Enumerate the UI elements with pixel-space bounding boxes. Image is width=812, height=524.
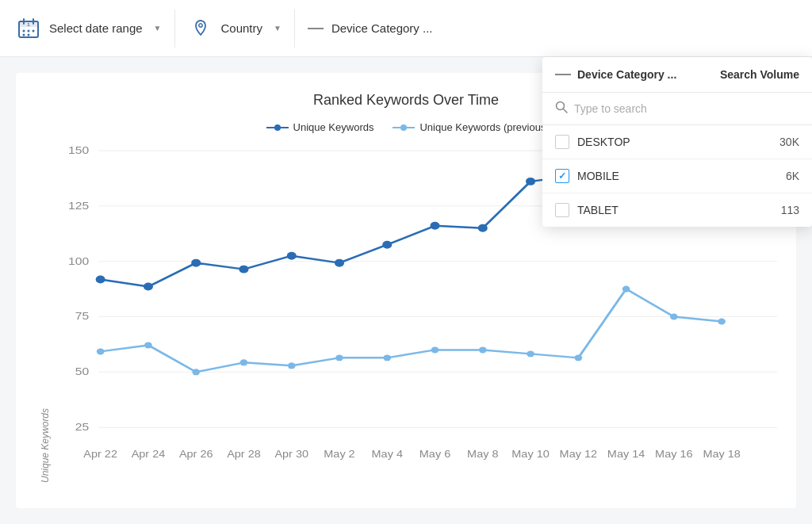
date-range-label: Select date range (49, 21, 143, 35)
mobile-label: MOBILE (577, 170, 778, 182)
svg-text:May 12: May 12 (560, 449, 597, 460)
svg-point-42 (144, 342, 152, 348)
svg-point-61 (382, 241, 392, 249)
svg-text:50: 50 (75, 366, 89, 377)
svg-text:150: 150 (68, 144, 89, 155)
desktop-count: 30K (779, 136, 799, 148)
y-axis-label: Unique Keywords (35, 143, 51, 483)
svg-text:May 4: May 4 (372, 449, 403, 460)
svg-point-5 (28, 29, 30, 32)
svg-point-41 (97, 348, 105, 354)
main-content: Ranked Keywords Over Time Unique Keyword… (0, 57, 812, 524)
svg-text:May 16: May 16 (655, 449, 692, 460)
search-icon (555, 101, 568, 117)
svg-point-50 (527, 350, 534, 357)
tablet-label: TABLET (577, 204, 773, 216)
svg-point-51 (574, 354, 582, 361)
device-category-filter[interactable]: Device Category ... (295, 15, 446, 41)
svg-point-57 (191, 259, 201, 267)
desktop-label: DESKTOP (577, 136, 772, 148)
dropdown-item-tablet[interactable]: TABLET 113 (542, 193, 812, 227)
svg-point-52 (622, 286, 630, 293)
svg-point-7 (23, 33, 25, 36)
tablet-count: 113 (781, 204, 799, 216)
dropdown-dash-icon (555, 74, 571, 75)
svg-point-4 (23, 29, 25, 32)
svg-text:100: 100 (68, 255, 89, 266)
svg-point-6 (33, 29, 35, 32)
date-range-filter[interactable]: 1 Select date range ▼ (16, 10, 175, 48)
device-category-label: Device Category ... (331, 21, 433, 35)
dropdown-item-mobile[interactable]: MOBILE 6K (542, 159, 812, 193)
svg-point-8 (28, 33, 30, 36)
desktop-checkbox[interactable] (555, 135, 569, 149)
country-filter[interactable]: Country ▼ (175, 10, 295, 48)
top-bar: 1 Select date range ▼ Country ▼ Device C… (0, 0, 812, 57)
svg-point-46 (335, 354, 343, 361)
legend-item-prev: Unique Keywords (previous (393, 121, 546, 133)
svg-point-10 (198, 23, 201, 26)
mobile-checkbox[interactable] (555, 169, 569, 183)
svg-text:75: 75 (75, 311, 89, 322)
svg-point-63 (478, 224, 488, 232)
svg-point-47 (383, 354, 391, 361)
dropdown-header-title: Device Category ... (577, 68, 714, 81)
date-range-arrow: ▼ (154, 24, 162, 33)
svg-text:Apr 28: Apr 28 (227, 449, 261, 460)
svg-text:Apr 24: Apr 24 (132, 449, 166, 460)
svg-point-58 (239, 266, 248, 273)
svg-point-60 (335, 259, 344, 267)
legend-label-unique: Unique Keywords (293, 121, 374, 133)
device-category-dropdown: Device Category ... Search Volume DESKTO… (542, 57, 812, 227)
country-arrow: ▼ (274, 24, 282, 33)
svg-point-14 (400, 124, 407, 131)
svg-point-49 (479, 346, 487, 353)
svg-point-45 (288, 362, 296, 369)
dropdown-header: Device Category ... Search Volume (542, 57, 812, 93)
svg-text:May 18: May 18 (703, 449, 740, 460)
svg-point-54 (718, 318, 726, 324)
svg-text:May 8: May 8 (467, 449, 498, 460)
dropdown-header-search-volume: Search Volume (720, 68, 799, 81)
svg-text:Apr 30: Apr 30 (274, 449, 308, 460)
legend-label-prev: Unique Keywords (previous (419, 121, 546, 133)
dropdown-item-desktop[interactable]: DESKTOP 30K (542, 125, 812, 159)
legend-line-unique (266, 123, 289, 132)
svg-point-43 (192, 369, 200, 375)
svg-point-44 (240, 359, 248, 365)
mobile-count: 6K (786, 170, 799, 182)
svg-text:May 14: May 14 (607, 449, 645, 460)
country-label: Country (221, 21, 263, 35)
location-icon (188, 16, 213, 41)
svg-point-55 (96, 276, 105, 284)
tablet-checkbox[interactable] (555, 203, 569, 217)
svg-point-48 (431, 346, 439, 353)
search-row (542, 93, 812, 125)
svg-text:125: 125 (68, 200, 89, 211)
svg-point-62 (430, 222, 439, 230)
legend-line-prev (393, 123, 415, 132)
svg-text:May 10: May 10 (511, 449, 549, 460)
svg-point-59 (287, 252, 297, 260)
svg-point-12 (274, 124, 281, 131)
svg-point-56 (144, 283, 153, 291)
device-search-input[interactable] (574, 102, 799, 115)
svg-point-53 (670, 313, 678, 319)
svg-point-64 (526, 178, 535, 186)
svg-text:May 6: May 6 (419, 449, 450, 460)
svg-text:Apr 22: Apr 22 (83, 449, 117, 460)
calendar-icon: 1 (16, 16, 41, 41)
svg-text:Apr 26: Apr 26 (179, 449, 213, 460)
legend-item-unique: Unique Keywords (266, 121, 374, 133)
svg-text:25: 25 (75, 421, 89, 432)
svg-text:May 2: May 2 (324, 449, 354, 460)
svg-line-70 (564, 109, 568, 113)
device-dash-icon (308, 28, 324, 29)
